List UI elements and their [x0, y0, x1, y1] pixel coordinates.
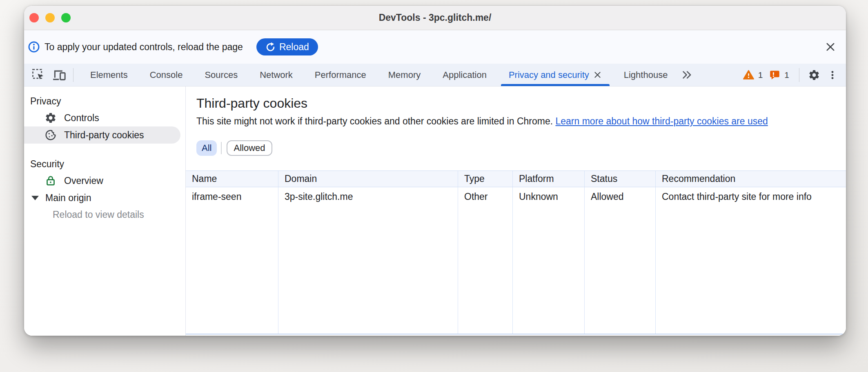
- privacy-sidebar: Privacy Controls: [24, 86, 186, 336]
- column-header-platform[interactable]: Platform: [513, 171, 585, 187]
- tab-network[interactable]: Network: [249, 64, 304, 86]
- tab-close-icon[interactable]: [593, 71, 602, 79]
- sidebar-section-security: Security: [24, 156, 185, 172]
- info-icon: [28, 41, 40, 53]
- tab-application[interactable]: Application: [432, 64, 498, 86]
- cell-domain: 3p-site.glitch.me: [278, 187, 458, 206]
- column-header-type[interactable]: Type: [458, 171, 513, 187]
- sidebar-section-privacy: Privacy: [24, 93, 185, 109]
- reload-button-label: Reload: [279, 42, 309, 53]
- issue-count: 1: [784, 70, 789, 80]
- sidebar-item-third-party-cookies[interactable]: Third-party cookies: [24, 126, 180, 144]
- third-party-cookies-panel: Third-party cookies This site might not …: [186, 86, 846, 336]
- filter-chip-allowed[interactable]: Allowed: [227, 140, 272, 156]
- column-header-domain[interactable]: Domain: [278, 171, 458, 187]
- table-header-row: Name Domain Type Platform Status Recomme…: [186, 171, 846, 187]
- lock-icon: [45, 175, 57, 187]
- kebab-menu-icon[interactable]: [827, 68, 838, 82]
- cell-platform: Unknown: [513, 187, 585, 206]
- column-header-recommendation[interactable]: Recommendation: [656, 171, 846, 187]
- tab-sources[interactable]: Sources: [194, 64, 249, 86]
- issues-badge[interactable]: [769, 69, 780, 80]
- toolbar-right-group: 1 1: [743, 68, 838, 82]
- page-title: Third-party cookies: [196, 95, 834, 112]
- panel-body: Privacy Controls: [24, 86, 846, 336]
- sidebar-item-label: Overview: [64, 175, 103, 186]
- window-title: DevTools - 3pc.glitch.me/: [24, 12, 846, 23]
- cell-name: iframe-seen: [186, 187, 278, 206]
- titlebar: DevTools - 3pc.glitch.me/: [24, 6, 846, 30]
- cell-recommendation: Contact third-party site for more info: [656, 187, 846, 206]
- reload-button[interactable]: Reload: [256, 38, 318, 55]
- sidebar-item-label: Main origin: [45, 193, 91, 204]
- sidebar-item-controls[interactable]: Controls: [24, 109, 185, 126]
- sidebar-item-label: Third-party cookies: [64, 130, 144, 141]
- toggle-device-toolbar-icon[interactable]: [52, 68, 67, 82]
- gear-icon: [45, 112, 57, 124]
- column-header-name[interactable]: Name: [186, 171, 278, 187]
- cell-type: Other: [458, 187, 513, 206]
- more-tabs-icon[interactable]: [681, 69, 692, 80]
- tab-console[interactable]: Console: [139, 64, 194, 86]
- learn-more-link[interactable]: Learn more about how third-party cookies…: [555, 116, 768, 126]
- toolbar-separator: [799, 68, 799, 82]
- filter-chips: All Allowed: [186, 140, 846, 156]
- inspect-element-icon[interactable]: [31, 68, 45, 82]
- page-description: This site might not work if third-party …: [196, 115, 834, 127]
- chip-separator: [221, 142, 222, 154]
- infobar-close-icon[interactable]: [825, 41, 836, 53]
- sidebar-gap: [24, 144, 185, 156]
- filter-chip-all[interactable]: All: [196, 140, 217, 156]
- table-empty-area: [186, 206, 846, 334]
- sidebar-item-overview[interactable]: Overview: [24, 172, 185, 189]
- tab-lighthouse[interactable]: Lighthouse: [613, 64, 679, 86]
- expand-triangle-icon[interactable]: [31, 196, 39, 200]
- sidebar-reload-note: Reload to view details: [24, 206, 185, 223]
- infobar-message: To apply your updated controls, reload t…: [45, 42, 243, 53]
- reload-infobar: To apply your updated controls, reload t…: [24, 30, 846, 64]
- table-row[interactable]: iframe-seen 3p-site.glitch.me Other Unkn…: [186, 187, 846, 206]
- reload-icon: [265, 42, 276, 52]
- devtools-toolbar: Elements Console Sources Network Perform…: [24, 64, 846, 86]
- devtools-window: DevTools - 3pc.glitch.me/ To apply your …: [24, 6, 846, 336]
- sidebar-item-main-origin[interactable]: Main origin: [24, 189, 185, 206]
- cell-status: Allowed: [585, 187, 656, 206]
- warnings-badge[interactable]: [743, 69, 754, 80]
- toolbar-separator: [73, 68, 73, 82]
- tab-elements[interactable]: Elements: [79, 64, 139, 86]
- warning-count: 1: [758, 70, 763, 80]
- tab-privacy-and-security[interactable]: Privacy and security: [498, 64, 613, 86]
- sidebar-item-label: Controls: [64, 113, 99, 124]
- settings-gear-icon[interactable]: [807, 68, 821, 82]
- cookies-table: Name Domain Type Platform Status Recomme…: [186, 170, 846, 334]
- cookie-icon: [45, 129, 57, 141]
- tab-memory[interactable]: Memory: [377, 64, 432, 86]
- column-header-status[interactable]: Status: [585, 171, 656, 187]
- tab-performance[interactable]: Performance: [304, 64, 377, 86]
